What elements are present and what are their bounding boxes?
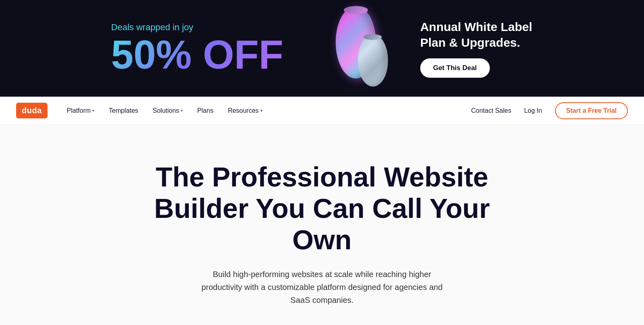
banner-left-content: Deals wrapped in joy 50% OFF — [111, 22, 283, 75]
start-trial-button[interactable]: Start a Free Trial — [555, 102, 628, 119]
hero-section: The Professional Website Builder You Can… — [0, 125, 644, 325]
nav-item-resources[interactable]: Resources ▾ — [228, 107, 262, 114]
chevron-down-icon: ▾ — [260, 108, 262, 113]
hero-title: The Professional Website Builder You Can… — [141, 161, 503, 256]
login-link[interactable]: Log In — [524, 107, 542, 114]
main-navbar: duda Platform ▾ Templates Solutions ▾ Pl… — [0, 97, 644, 125]
promo-banner: Deals wrapped in joy 50% OFF Annual Whit… — [0, 0, 644, 97]
banner-tagline: Deals wrapped in joy — [111, 22, 193, 33]
contact-sales-link[interactable]: Contact Sales — [471, 107, 512, 114]
nav-links: Platform ▾ Templates Solutions ▾ Plans R… — [67, 107, 471, 114]
nav-item-platform[interactable]: Platform ▾ — [67, 107, 95, 114]
chevron-down-icon: ▾ — [181, 108, 183, 113]
banner-graphic — [324, 8, 396, 89]
banner-offer: 50% OFF — [111, 34, 283, 75]
logo[interactable]: duda — [16, 103, 47, 118]
nav-item-templates[interactable]: Templates — [109, 107, 138, 114]
banner-right-content: Annual White Label Plan & Upgrades. Get … — [420, 19, 533, 78]
nav-item-plans[interactable]: Plans — [197, 107, 213, 114]
nav-right-actions: Contact Sales Log In Start a Free Trial — [471, 102, 628, 119]
banner-cta-button[interactable]: Get This Deal — [420, 58, 490, 78]
nav-item-solutions[interactable]: Solutions ▾ — [153, 107, 183, 114]
hero-subtitle: Build high-performing websites at scale … — [197, 268, 447, 306]
roll-small-icon — [358, 34, 388, 87]
banner-right-title: Annual White Label Plan & Upgrades. — [420, 19, 533, 50]
chevron-down-icon: ▾ — [92, 108, 94, 113]
